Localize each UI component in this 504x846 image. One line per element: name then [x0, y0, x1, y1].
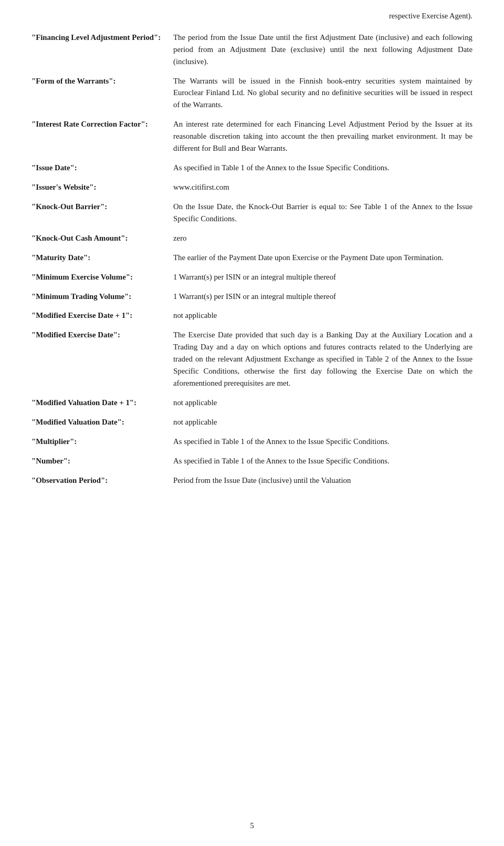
table-row: "Observation Period":Period from the Iss… [32, 471, 472, 491]
term-cell: "Knock-Out Cash Amount": [32, 229, 173, 249]
definition-cell: zero [173, 229, 472, 249]
term-cell: "Interest Rate Correction Factor": [32, 115, 173, 159]
definitions-table: "Financing Level Adjustment Period":The … [32, 28, 472, 491]
table-row: "Interest Rate Correction Factor":An int… [32, 115, 472, 159]
definition-cell: The Warrants will be issued in the Finni… [173, 72, 472, 116]
term-cell: "Observation Period": [32, 471, 173, 491]
table-row: "Knock-Out Barrier":On the Issue Date, t… [32, 198, 472, 229]
definition-cell: As specified in Table 1 of the Annex to … [173, 432, 472, 452]
table-row: "Minimum Exercise Volume":1 Warrant(s) p… [32, 268, 472, 287]
term-cell: "Financing Level Adjustment Period": [32, 28, 173, 72]
definition-cell: not applicable [173, 306, 472, 326]
term-cell: "Multiplier": [32, 432, 173, 452]
table-row: "Modified Exercise Date + 1":not applica… [32, 306, 472, 326]
definition-cell: not applicable [173, 413, 472, 432]
term-cell: "Modified Exercise Date": [32, 326, 173, 394]
definition-cell: Period from the Issue Date (inclusive) u… [173, 471, 472, 491]
table-row: "Maturity Date":The earlier of the Payme… [32, 249, 472, 268]
definition-cell: The period from the Issue Date until the… [173, 28, 472, 72]
term-cell: "Number": [32, 452, 173, 471]
table-row: "Form of the Warrants":The Warrants will… [32, 72, 472, 116]
term-cell: "Maturity Date": [32, 249, 173, 268]
definition-cell: not applicable [173, 394, 472, 413]
definition-cell: 1 Warrant(s) per ISIN or an integral mul… [173, 268, 472, 287]
table-row: "Modified Exercise Date":The Exercise Da… [32, 326, 472, 394]
table-row: "Knock-Out Cash Amount":zero [32, 229, 472, 249]
table-row: "Multiplier":As specified in Table 1 of … [32, 432, 472, 452]
definition-cell: As specified in Table 1 of the Annex to … [173, 159, 472, 178]
definition-cell: As specified in Table 1 of the Annex to … [173, 452, 472, 471]
term-cell: "Issuer's Website": [32, 178, 173, 198]
definition-cell: www.citifirst.com [173, 178, 472, 198]
term-cell: "Minimum Trading Volume": [32, 287, 173, 307]
definition-cell: An interest rate determined for each Fin… [173, 115, 472, 159]
table-row: "Modified Valuation Date + 1":not applic… [32, 394, 472, 413]
page-number: 5 [0, 821, 504, 830]
term-cell: "Issue Date": [32, 159, 173, 178]
term-cell: "Modified Valuation Date": [32, 413, 173, 432]
term-cell: "Form of the Warrants": [32, 72, 173, 116]
term-cell: "Modified Exercise Date + 1": [32, 306, 173, 326]
definition-cell: 1 Warrant(s) per ISIN or an integral mul… [173, 287, 472, 307]
definition-cell: The earlier of the Payment Date upon Exe… [173, 249, 472, 268]
term-cell: "Minimum Exercise Volume": [32, 268, 173, 287]
page: respective Exercise Agent). "Financing L… [0, 0, 504, 846]
table-row: "Modified Valuation Date":not applicable [32, 413, 472, 432]
table-row: "Minimum Trading Volume":1 Warrant(s) pe… [32, 287, 472, 307]
table-row: "Financing Level Adjustment Period":The … [32, 28, 472, 72]
term-cell: "Knock-Out Barrier": [32, 198, 173, 229]
table-row: "Number":As specified in Table 1 of the … [32, 452, 472, 471]
table-row: "Issue Date":As specified in Table 1 of … [32, 159, 472, 178]
term-cell: "Modified Valuation Date + 1": [32, 394, 173, 413]
table-row: "Issuer's Website":www.citifirst.com [32, 178, 472, 198]
top-continuation-text: respective Exercise Agent). [32, 11, 472, 22]
definition-cell: The Exercise Date provided that such day… [173, 326, 472, 394]
definition-cell: On the Issue Date, the Knock-Out Barrier… [173, 198, 472, 229]
